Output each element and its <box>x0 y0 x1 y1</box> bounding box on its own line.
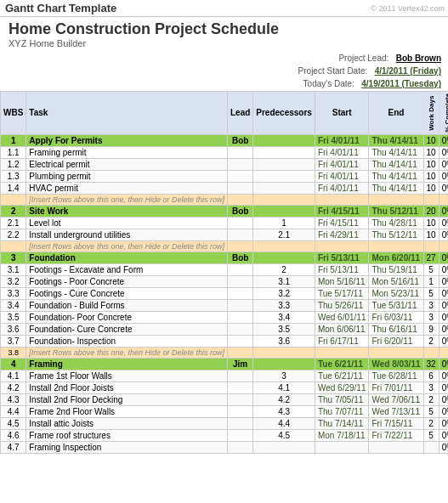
cell-pct: 0% <box>439 311 448 323</box>
cell-pct: 0% <box>439 335 448 347</box>
cell-pred: 4.1 <box>253 381 315 393</box>
cell-workdays <box>423 240 439 252</box>
cell-end: Thu 4/28/11 <box>369 217 423 229</box>
header-end: End <box>369 92 423 135</box>
table-row: 3.2 Footings - Poor Concrete 3.1 Mon 5/1… <box>1 275 449 287</box>
cell-lead <box>227 229 252 240</box>
cell-wbs: 3.6 <box>1 323 26 335</box>
cell-pred: 2 <box>253 263 315 275</box>
cell-workdays: 10 <box>423 146 439 158</box>
cell-task: Level lot <box>26 217 228 229</box>
table-row: 3.6 Foundation- Cure Concrete 3.5 Mon 6/… <box>1 323 449 335</box>
cell-task: Site Work <box>26 205 228 217</box>
header-start: Start <box>315 92 369 135</box>
cell-lead <box>227 182 252 194</box>
cell-pct <box>439 347 448 358</box>
cell-end: Fri 7/01/11 <box>369 381 423 393</box>
cell-workdays: 5 <box>423 263 439 275</box>
cell-workdays: 10 <box>423 229 439 240</box>
cell-pred <box>253 358 315 370</box>
cell-pred: 2.1 <box>253 229 315 240</box>
cell-start: Mon 7/18/11 <box>315 429 369 441</box>
cell-end: Thu 4/14/11 <box>369 146 423 158</box>
table-row: 2.2 Install underground utilities 2.1 Fr… <box>1 229 449 240</box>
cell-end: Tue 6/28/11 <box>369 370 423 381</box>
cell-task: Foundation- Poor Concrete <box>26 311 228 323</box>
cell-lead: Jim <box>227 358 252 370</box>
cell-start: Thu 7/05/11 <box>315 393 369 405</box>
cell-task: Frame roof structures <box>26 429 228 441</box>
table-row: 4.3 Install 2nd Floor Decking 4.2 Thu 7/… <box>1 393 449 405</box>
cell-end <box>369 347 423 358</box>
cell-lead <box>227 299 252 311</box>
table-row: 2 Site Work Bob Fri 4/15/11 Thu 5/12/11 … <box>1 205 449 217</box>
cell-task: Footings - Cure Concrete <box>26 287 228 299</box>
cell-lead <box>227 275 252 287</box>
header-workdays: Work Days <box>423 92 439 135</box>
cell-start: Fri 4/01/11 <box>315 182 369 194</box>
header-pred: Predecessors <box>253 92 315 135</box>
cell-pred <box>253 252 315 263</box>
cell-pct: 0% <box>439 370 448 381</box>
cell-pct: 0% <box>439 299 448 311</box>
cell-pct: 0% <box>439 134 448 146</box>
cell-workdays: 10 <box>423 170 439 182</box>
cell-pct: 0% <box>439 381 448 393</box>
cell-start: Wed 6/01/11 <box>315 311 369 323</box>
cell-task: Frame 1st Floor Walls <box>26 370 228 381</box>
cell-end: Thu 4/14/11 <box>369 134 423 146</box>
today-label: Today's Date: <box>303 79 354 88</box>
cell-task: Install underground utilities <box>26 229 228 240</box>
cell-task: Electrical permit <box>26 158 228 170</box>
cell-workdays: 1 <box>423 275 439 287</box>
cell-workdays: 20 <box>423 205 439 217</box>
table-row: 1 Apply For Permits Bob Fri 4/01/11 Thu … <box>1 134 449 146</box>
table-row: 4.7 Framing Inspection 0% <box>1 441 449 453</box>
cell-task: Frame 2nd Floor Walls <box>26 405 228 417</box>
cell-pred: 3.2 <box>253 287 315 299</box>
table-row: 4.4 Frame 2nd Floor Walls 4.3 Thu 7/07/1… <box>1 405 449 417</box>
cell-pct: 0% <box>439 405 448 417</box>
cell-end: Thu 5/12/11 <box>369 205 423 217</box>
cell-wbs <box>1 194 26 205</box>
cell-lead <box>227 417 252 429</box>
cell-start: Mon 5/16/11 <box>315 275 369 287</box>
spreadsheet: Gantt Chart Template © 2011 Vertex42.com… <box>0 0 448 503</box>
cell-lead <box>227 170 252 182</box>
table-row: [Insert Rows above this one, then Hide o… <box>1 240 449 252</box>
table-row: 3.4 Foundation - Build Forms 3.3 Thu 5/2… <box>1 299 449 311</box>
cell-lead <box>227 323 252 335</box>
cell-wbs: 3.8 <box>1 347 26 358</box>
cell-start: Fri 6/17/11 <box>315 335 369 347</box>
cell-end: Wed 8/03/11 <box>369 358 423 370</box>
cell-pct: 0% <box>439 182 448 194</box>
cell-workdays: 2 <box>423 417 439 429</box>
cell-wbs: 2.2 <box>1 229 26 240</box>
cell-end: Thu 5/19/11 <box>369 263 423 275</box>
today-value: 4/19/2011 (Tuesday) <box>361 79 441 88</box>
cell-pct: 0% <box>439 217 448 229</box>
cell-wbs: 1.3 <box>1 170 26 182</box>
cell-pred <box>253 182 315 194</box>
cell-task: Install attic Joists <box>26 417 228 429</box>
cell-pred <box>253 194 315 205</box>
cell-pct: 0% <box>439 275 448 287</box>
cell-workdays <box>423 347 439 358</box>
cell-lead: Bob <box>227 205 252 217</box>
cell-workdays: 32 <box>423 358 439 370</box>
cell-pred: 3.4 <box>253 311 315 323</box>
cell-lead <box>227 429 252 441</box>
table-row: 1.4 HVAC permit Fri 4/01/11 Thu 4/14/11 … <box>1 182 449 194</box>
cell-wbs: 1.2 <box>1 158 26 170</box>
table-row: 4.5 Install attic Joists 4.4 Thu 7/14/11… <box>1 417 449 429</box>
cell-task: Plumbing permit <box>26 170 228 182</box>
cell-workdays: 10 <box>423 134 439 146</box>
cell-wbs: 3.3 <box>1 287 26 299</box>
cell-task: Apply For Permits <box>26 134 228 146</box>
cell-workdays: 3 <box>423 311 439 323</box>
cell-start: Mon 6/06/11 <box>315 323 369 335</box>
table-row: 4.2 Install 2nd Floor Joists 4.1 Wed 6/2… <box>1 381 449 393</box>
cell-wbs: 4.3 <box>1 393 26 405</box>
cell-wbs: 4 <box>1 358 26 370</box>
cell-start: Wed 6/29/11 <box>315 381 369 393</box>
